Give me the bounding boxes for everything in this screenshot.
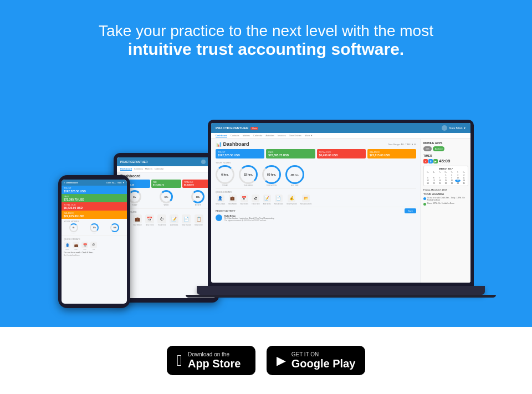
google-play-name: Google Play (291, 357, 356, 370)
top-section: Take your practice to the next level wit… (0, 0, 532, 327)
laptop-device: PRACTICEPANTHER Beta Nala Bilian ▼ Dashb… (208, 120, 474, 319)
devices-container: ≡ Dashboard Date: ALL TIME ▼ TRUST $192,… (58, 81, 474, 319)
headline-line2: intuitive trust accounting software. (99, 40, 433, 59)
google-play-button[interactable]: ▶ GET IT ON Google Play (267, 346, 366, 375)
headline: Take your practice to the next level wit… (99, 22, 433, 59)
headline-line1: Take your practice to the next level wit… (99, 22, 433, 40)
app-store-button[interactable]:  Download on the App Store (167, 346, 255, 375)
app-store-name: App Store (188, 357, 241, 370)
app-store-sub: Download on the (188, 351, 241, 357)
google-play-icon: ▶ (277, 355, 286, 367)
phone-device: ≡ Dashboard Date: ALL TIME ▼ TRUST $192,… (58, 175, 130, 308)
apple-icon:  (177, 353, 182, 369)
google-play-sub: GET IT ON (291, 351, 356, 357)
bottom-section:  Download on the App Store ▶ GET IT ON … (0, 327, 532, 394)
